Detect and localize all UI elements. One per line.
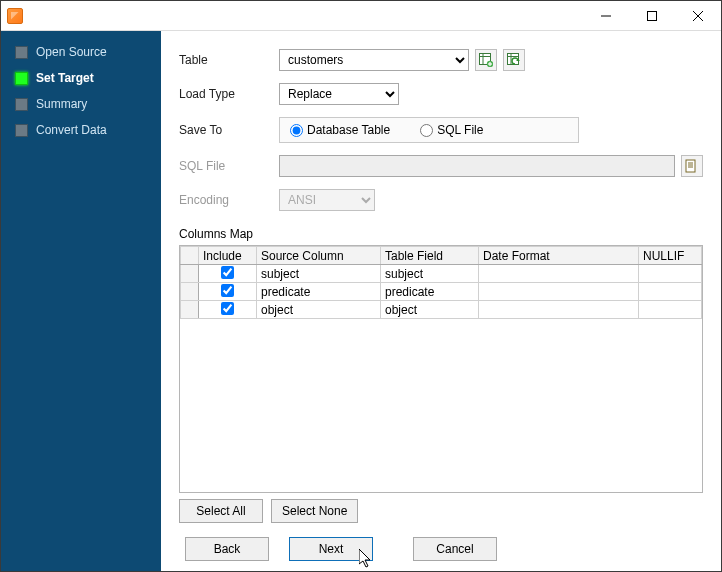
cancel-button[interactable]: Cancel: [413, 537, 497, 561]
wizard-sidebar: Open Source Set Target Summary Convert D…: [1, 31, 161, 571]
titlebar: [1, 1, 721, 31]
select-none-button[interactable]: Select None: [271, 499, 358, 523]
svg-rect-1: [648, 11, 657, 20]
col-include[interactable]: Include: [199, 247, 257, 265]
col-date[interactable]: Date Format: [479, 247, 639, 265]
step-indicator-icon: [15, 124, 28, 137]
step-summary[interactable]: Summary: [1, 97, 161, 111]
target-cell[interactable]: subject: [381, 265, 479, 283]
col-nullif[interactable]: NULLIF: [639, 247, 702, 265]
main-panel: Table customers Load Type Replace Save T…: [161, 31, 721, 571]
sqlfile-browse-button[interactable]: [681, 155, 703, 177]
saveto-label: Save To: [179, 123, 279, 137]
maximize-button[interactable]: [629, 1, 675, 31]
encoding-label: Encoding: [179, 193, 279, 207]
include-cell[interactable]: [199, 283, 257, 301]
step-convert-data[interactable]: Convert Data: [1, 123, 161, 137]
table-add-icon: [479, 53, 493, 67]
step-label: Convert Data: [36, 123, 107, 137]
nullif-cell[interactable]: [639, 283, 702, 301]
source-cell[interactable]: predicate: [257, 283, 381, 301]
minimize-button[interactable]: [583, 1, 629, 31]
include-checkbox[interactable]: [221, 266, 234, 279]
include-cell[interactable]: [199, 301, 257, 319]
saveto-sql-radio[interactable]: SQL File: [420, 123, 483, 137]
nullif-cell[interactable]: [639, 301, 702, 319]
sqlfile-input: [279, 155, 675, 177]
step-open-source[interactable]: Open Source: [1, 45, 161, 59]
date-cell[interactable]: [479, 301, 639, 319]
target-cell[interactable]: predicate: [381, 283, 479, 301]
source-cell[interactable]: object: [257, 301, 381, 319]
include-checkbox[interactable]: [221, 302, 234, 315]
row-header[interactable]: [181, 283, 199, 301]
browse-file-icon: [685, 159, 699, 173]
table-label: Table: [179, 53, 279, 67]
step-set-target[interactable]: Set Target: [1, 71, 161, 85]
grid-header-row: Include Source Column Table Field Date F…: [181, 247, 702, 265]
step-label: Set Target: [36, 71, 94, 85]
wizard-footer: Back Next Cancel: [179, 537, 703, 561]
date-cell[interactable]: [479, 265, 639, 283]
loadtype-select[interactable]: Replace: [279, 83, 399, 105]
loadtype-label: Load Type: [179, 87, 279, 101]
app-icon: [7, 8, 23, 24]
table-row[interactable]: objectobject: [181, 301, 702, 319]
row-header[interactable]: [181, 301, 199, 319]
sqlfile-label: SQL File: [179, 159, 279, 173]
columns-map-title: Columns Map: [179, 227, 703, 241]
svg-rect-14: [686, 160, 695, 172]
table-refresh-button[interactable]: [503, 49, 525, 71]
step-label: Summary: [36, 97, 87, 111]
next-button[interactable]: Next: [289, 537, 373, 561]
include-checkbox[interactable]: [221, 284, 234, 297]
table-row[interactable]: predicatepredicate: [181, 283, 702, 301]
row-header[interactable]: [181, 265, 199, 283]
nullif-cell[interactable]: [639, 265, 702, 283]
app-window: Open Source Set Target Summary Convert D…: [0, 0, 722, 572]
col-target[interactable]: Table Field: [381, 247, 479, 265]
step-indicator-icon: [15, 72, 28, 85]
saveto-db-radio[interactable]: Database Table: [290, 123, 390, 137]
back-button[interactable]: Back: [185, 537, 269, 561]
columns-map-grid[interactable]: Include Source Column Table Field Date F…: [179, 245, 703, 493]
date-cell[interactable]: [479, 283, 639, 301]
table-row[interactable]: subjectsubject: [181, 265, 702, 283]
step-indicator-icon: [15, 98, 28, 111]
select-all-button[interactable]: Select All: [179, 499, 263, 523]
encoding-select: ANSI: [279, 189, 375, 211]
step-indicator-icon: [15, 46, 28, 59]
target-cell[interactable]: object: [381, 301, 479, 319]
table-refresh-icon: [507, 53, 521, 67]
step-label: Open Source: [36, 45, 107, 59]
table-select[interactable]: customers: [279, 49, 469, 71]
window-controls: [583, 1, 721, 31]
source-cell[interactable]: subject: [257, 265, 381, 283]
close-button[interactable]: [675, 1, 721, 31]
saveto-group: Database Table SQL File: [279, 117, 579, 143]
table-add-button[interactable]: [475, 49, 497, 71]
include-cell[interactable]: [199, 265, 257, 283]
grid-corner: [181, 247, 199, 265]
col-source[interactable]: Source Column: [257, 247, 381, 265]
